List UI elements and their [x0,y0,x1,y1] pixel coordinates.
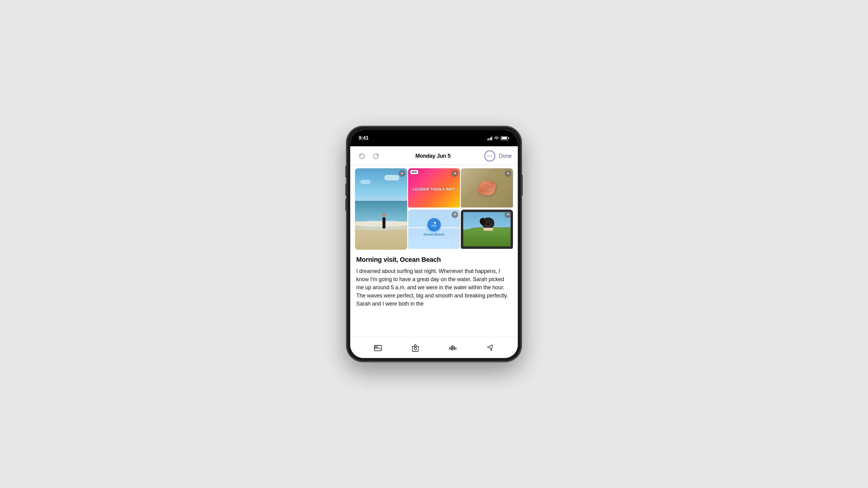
signal-bar-1 [487,139,488,140]
shell-photo-close-button[interactable]: ✕ [504,170,511,177]
app-content: Monday Jun 5 Done [350,146,518,358]
location-button[interactable] [484,341,497,354]
nav-title: Monday Jun 5 [415,153,450,159]
more-button[interactable] [484,150,495,161]
map-location-text: Ocean Beach [424,233,444,236]
svg-rect-10 [454,346,455,350]
attachments-grid: ✕ NPR LOUDER THAN A RIOT ✕ [350,165,518,253]
svg-point-1 [489,155,490,156]
map-close-button[interactable]: ✕ [452,211,458,218]
signal-bars-icon [487,136,493,140]
scene: 9:41 [341,122,527,366]
svg-point-0 [487,155,488,156]
umbrella-beach-icon: 🏖 [431,221,437,228]
svg-rect-9 [453,345,453,350]
svg-rect-7 [450,347,450,350]
svg-point-6 [414,347,416,350]
nav-actions-right: Done [484,150,512,161]
audio-button[interactable] [446,341,459,354]
dog-photo-close-button[interactable]: ✕ [504,211,511,218]
signal-bar-4 [491,137,492,140]
svg-rect-11 [456,347,456,350]
shell-photo-attachment: ✕ [461,168,513,209]
svg-point-5 [375,346,376,347]
dynamic-island [416,134,452,144]
nav-bar: Monday Jun 5 Done [350,146,518,165]
map-label: Ocean Beach [424,233,444,236]
podcast-logo: NPR [410,170,418,174]
nav-actions-left [356,150,381,161]
signal-bar-3 [490,138,491,140]
photo-library-button[interactable] [371,341,384,354]
entry-content: Morning visit, Ocean Beach I dreamed abo… [350,253,518,313]
wifi-icon [494,136,499,140]
done-button[interactable]: Done [499,153,512,159]
map-pin: 🏖 Ocean Beach [424,218,444,236]
signal-bar-2 [489,138,490,140]
scroll-content[interactable]: ✕ NPR LOUDER THAN A RIOT ✕ [350,165,518,337]
status-time: 9:41 [359,135,369,141]
phone-screen: 9:41 [350,130,518,358]
map-pin-circle: 🏖 [427,218,441,231]
bottom-toolbar [350,337,518,358]
svg-rect-8 [451,346,452,350]
redo-button[interactable] [371,150,381,161]
podcast-attachment: NPR LOUDER THAN A RIOT ✕ [408,168,460,209]
entry-title: Morning visit, Ocean Beach [356,256,512,264]
status-icons [487,136,510,140]
podcast-title: LOUDER THAN A RIOT [412,187,455,192]
undo-button[interactable] [356,150,367,161]
dog-photo-attachment: ✕ [461,210,513,250]
entry-body[interactable]: I dreamed about surfing last night. When… [356,267,512,308]
beach-photo-close-button[interactable]: ✕ [399,170,405,177]
status-bar: 9:41 [350,130,518,146]
phone-shell: 9:41 [347,126,521,362]
map-attachment: 🏖 Ocean Beach ✕ [408,210,460,250]
camera-button[interactable] [409,341,422,354]
battery-icon [501,136,509,140]
beach-photo-image [355,168,407,250]
svg-point-2 [491,155,492,156]
beach-photo-attachment: ✕ [355,168,407,250]
